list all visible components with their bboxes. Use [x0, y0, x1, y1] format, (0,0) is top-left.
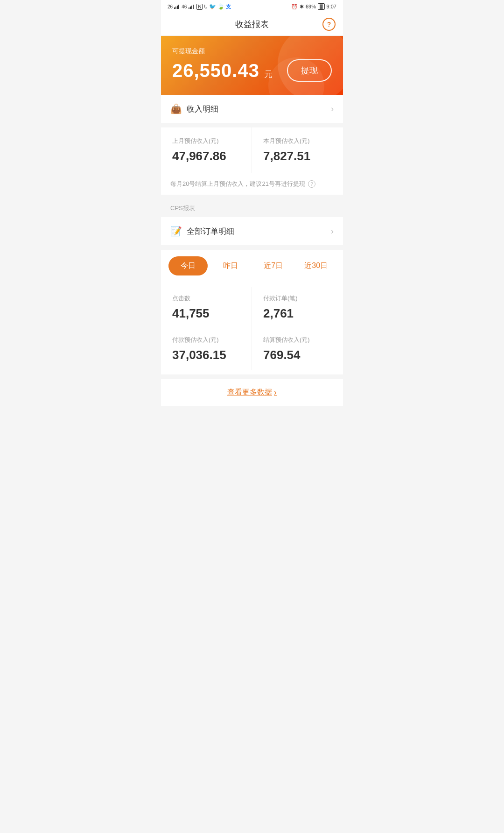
- more-data-arrow: ›: [274, 388, 277, 397]
- hero-amount-row: 26,550.43 元 提现: [172, 59, 332, 82]
- signal-wifi: [189, 4, 194, 9]
- last-month-stat: 上月预估收入(元) 47,967.86: [161, 127, 252, 173]
- orders-label: 付款订单(笔): [263, 294, 332, 303]
- order-chevron-right-icon: ›: [331, 226, 334, 236]
- nfc-icon: N: [196, 4, 203, 10]
- tab-today[interactable]: 今日: [168, 256, 208, 275]
- question-icon: ?: [327, 21, 331, 28]
- tab-7days-label: 近7日: [264, 261, 283, 269]
- tab-yesterday[interactable]: 昨日: [211, 256, 251, 275]
- wallet-icon: 👜: [170, 103, 182, 114]
- bluetooth-icon: ✱: [300, 4, 304, 10]
- chevron-right-icon: ›: [331, 104, 334, 114]
- stats-grid: 上月预估收入(元) 47,967.86 本月预估收入(元) 7,827.51: [161, 127, 343, 173]
- more-data-link[interactable]: 查看更多数据 ›: [227, 388, 277, 397]
- tab-30days-label: 近30日: [304, 261, 328, 269]
- orders-value: 2,761: [263, 306, 332, 321]
- income-detail-label: 收入明细: [187, 104, 331, 114]
- order-icon: 📝: [170, 226, 182, 237]
- orders-stat: 付款订单(笔) 2,761: [252, 287, 343, 328]
- bird-icon: 🐦: [209, 3, 216, 10]
- payment-income-label: 付款预估收入(元): [172, 336, 240, 344]
- cps-section-header: CPS报表: [161, 199, 343, 217]
- more-data-section: 查看更多数据 ›: [161, 379, 343, 406]
- page-title: 收益报表: [235, 19, 269, 30]
- bottom-space: [161, 406, 343, 415]
- status-left: 26 46 N U 🐦 🍃 支: [168, 3, 231, 10]
- status-bar: 26 46 N U 🐦 🍃 支 ⏰ ✱ 69% ▓ 9:07: [161, 0, 343, 13]
- help-button[interactable]: ?: [322, 18, 336, 31]
- this-month-stat: 本月预估收入(元) 7,827.51: [252, 127, 343, 173]
- cps-header-label: CPS报表: [170, 205, 195, 212]
- tab-yesterday-label: 昨日: [223, 261, 238, 269]
- alipay-icon: 支: [226, 3, 231, 10]
- nav-bar: 收益报表 ?: [161, 13, 343, 36]
- info-icon: ?: [308, 180, 315, 188]
- settlement-income-label: 结算预估收入(元): [263, 336, 332, 344]
- order-detail-label: 全部订单明细: [187, 226, 331, 237]
- order-detail-row[interactable]: 📝 全部订单明细 ›: [161, 217, 343, 245]
- tab-30days[interactable]: 近30日: [297, 256, 336, 275]
- signal-4g: [174, 4, 179, 9]
- stats-card: 上月预估收入(元) 47,967.86 本月预估收入(元) 7,827.51 每…: [161, 127, 343, 195]
- time: 9:07: [327, 4, 336, 9]
- settlement-income-stat: 结算预估收入(元) 769.54: [252, 328, 343, 370]
- tab-today-label: 今日: [181, 261, 196, 269]
- withdraw-button[interactable]: 提现: [287, 59, 332, 82]
- this-month-label: 本月预估收入(元): [263, 137, 334, 145]
- hero-amount-unit: 元: [264, 70, 273, 79]
- income-detail-card: 👜 收入明细 ›: [161, 95, 343, 123]
- info-note: 每月20号结算上月预估收入，建议21号再进行提现 ?: [161, 173, 343, 195]
- u-icon: U: [204, 4, 207, 9]
- income-detail-row[interactable]: 👜 收入明细 ›: [161, 95, 343, 123]
- battery-text: 69%: [306, 4, 316, 9]
- last-month-label: 上月预估收入(元): [172, 137, 242, 145]
- more-data-label: 查看更多数据: [227, 388, 272, 397]
- tab-bar: 今日 昨日 近7日 近30日: [161, 250, 343, 282]
- data-stats-grid: 点击数 41,755 付款订单(笔) 2,761 付款预估收入(元) 37,03…: [161, 282, 343, 374]
- payment-income-stat: 付款预估收入(元) 37,036.15: [161, 328, 252, 370]
- last-month-value: 47,967.86: [172, 149, 242, 163]
- this-month-value: 7,827.51: [263, 149, 334, 163]
- clicks-stat: 点击数 41,755: [161, 287, 252, 328]
- clicks-label: 点击数: [172, 294, 240, 303]
- alarm-icon: ⏰: [291, 4, 298, 10]
- payment-income-value: 37,036.15: [172, 348, 240, 362]
- battery-icon: ▓: [318, 3, 325, 10]
- settlement-income-value: 769.54: [263, 348, 332, 362]
- tab-7days[interactable]: 近7日: [254, 256, 293, 275]
- info-note-text: 每月20号结算上月预估收入，建议21号再进行提现: [170, 180, 305, 188]
- hero-label: 可提现金额: [172, 47, 332, 56]
- hero-amount-container: 26,550.43 元: [172, 60, 273, 81]
- signal-text: 26: [168, 4, 173, 9]
- status-right: ⏰ ✱ 69% ▓ 9:07: [291, 3, 336, 10]
- order-detail-card: 📝 全部订单明细 ›: [161, 217, 343, 245]
- hero-amount: 26,550.43: [172, 60, 259, 81]
- hero-banner: 可提现金额 26,550.43 元 提现: [161, 36, 343, 95]
- signal-text2: 46: [182, 4, 187, 9]
- clicks-value: 41,755: [172, 306, 240, 321]
- leaf-icon: 🍃: [217, 3, 224, 10]
